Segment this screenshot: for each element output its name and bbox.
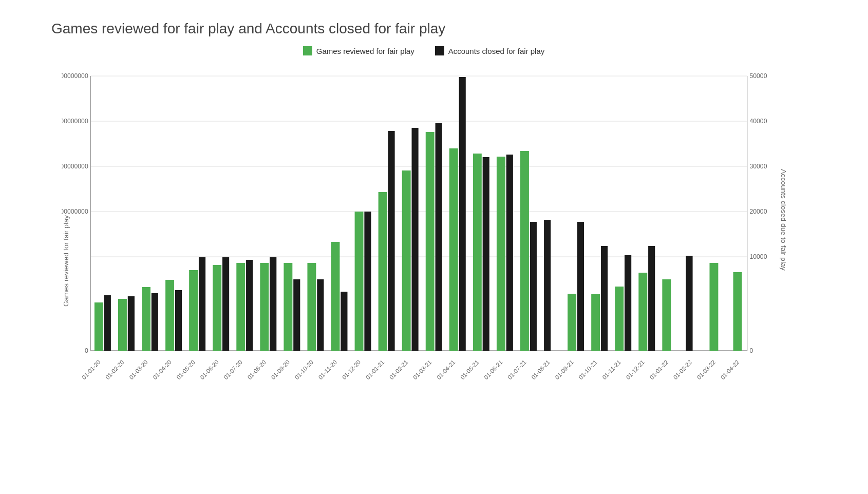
bar-black-10 xyxy=(341,292,347,351)
svg-text:01-06-21: 01-06-21 xyxy=(483,358,504,381)
chart-svg: 400000000 300000000 200000000 100000000 … xyxy=(62,66,786,425)
svg-text:01-07-21: 01-07-21 xyxy=(506,358,527,381)
svg-text:01-04-20: 01-04-20 xyxy=(152,358,173,381)
bar-green-22 xyxy=(615,287,624,351)
svg-text:01-04-22: 01-04-22 xyxy=(719,358,740,381)
svg-text:50000: 50000 xyxy=(749,72,767,80)
bar-green-14 xyxy=(426,132,435,351)
svg-text:01-06-20: 01-06-20 xyxy=(199,358,220,381)
svg-text:10000: 10000 xyxy=(749,253,767,260)
chart-title: Games reviewed for fair play and Account… xyxy=(51,21,827,37)
bar-black-14 xyxy=(436,123,442,351)
bar-black-22 xyxy=(625,255,631,351)
bar-black-17 xyxy=(506,155,513,351)
svg-text:200000000: 200000000 xyxy=(62,163,88,170)
bar-black-21 xyxy=(601,246,608,351)
bar-black-5 xyxy=(222,257,229,351)
bar-green-2 xyxy=(142,287,150,351)
bar-green-13 xyxy=(402,170,411,351)
svg-text:01-02-22: 01-02-22 xyxy=(672,358,693,381)
svg-text:01-08-20: 01-08-20 xyxy=(246,358,267,381)
svg-text:01-05-21: 01-05-21 xyxy=(459,358,480,381)
svg-text:400000000: 400000000 xyxy=(62,72,88,80)
bar-green-3 xyxy=(165,280,174,351)
svg-text:01-03-20: 01-03-20 xyxy=(128,358,149,381)
bar-black-20 xyxy=(577,222,584,351)
svg-text:Accounts closed due to fair pl: Accounts closed due to fair play xyxy=(780,169,786,271)
bar-green-18 xyxy=(520,151,529,351)
chart-container: Games reviewed for fair play and Account… xyxy=(0,0,868,494)
svg-text:20000: 20000 xyxy=(749,208,767,215)
svg-text:01-01-21: 01-01-21 xyxy=(364,358,385,381)
bar-black-11 xyxy=(364,212,371,351)
bar-green-26 xyxy=(709,263,718,351)
bar-green-16 xyxy=(473,154,482,351)
svg-text:01-11-20: 01-11-20 xyxy=(317,358,338,381)
bar-green-4 xyxy=(189,270,198,351)
green-swatch xyxy=(303,46,312,55)
svg-text:01-09-21: 01-09-21 xyxy=(554,358,575,381)
bar-black-6 xyxy=(246,260,253,351)
svg-text:100000000: 100000000 xyxy=(62,208,88,215)
svg-text:01-08-21: 01-08-21 xyxy=(530,358,551,381)
bar-black-18 xyxy=(530,222,537,351)
bar-green-12 xyxy=(379,192,387,351)
svg-text:0: 0 xyxy=(749,347,753,354)
bar-green-11 xyxy=(355,212,364,351)
bar-green-9 xyxy=(307,263,316,351)
bar-black-4 xyxy=(199,257,205,351)
bar-green-24 xyxy=(662,279,671,351)
black-label: Accounts closed for fair play xyxy=(448,47,545,55)
svg-text:01-12-21: 01-12-21 xyxy=(625,358,646,381)
legend-black: Accounts closed for fair play xyxy=(435,46,545,55)
bar-green-20 xyxy=(568,294,576,351)
bar-black-23 xyxy=(648,246,655,351)
bar-black-8 xyxy=(293,279,300,351)
bar-black-15 xyxy=(459,77,466,351)
bar-black-2 xyxy=(152,293,158,351)
svg-text:01-01-20: 01-01-20 xyxy=(81,358,102,381)
bar-green-8 xyxy=(284,263,292,351)
svg-text:01-01-22: 01-01-22 xyxy=(648,358,669,381)
svg-text:Games reviewed for fair play: Games reviewed for fair play xyxy=(63,215,70,307)
bar-green-21 xyxy=(591,294,600,351)
bar-green-10 xyxy=(331,242,340,351)
legend: Games reviewed for fair play Accounts cl… xyxy=(21,46,827,55)
black-swatch xyxy=(435,46,444,55)
bar-green-1 xyxy=(118,299,127,351)
svg-text:01-04-21: 01-04-21 xyxy=(436,358,457,381)
bar-black-16 xyxy=(483,157,489,351)
bar-black-1 xyxy=(128,296,135,351)
bar-black-7 xyxy=(270,257,276,351)
svg-text:01-03-21: 01-03-21 xyxy=(412,358,433,381)
bar-black-25 xyxy=(686,256,692,351)
bar-green-15 xyxy=(449,148,458,351)
svg-text:01-12-20: 01-12-20 xyxy=(341,358,362,381)
svg-text:300000000: 300000000 xyxy=(62,118,88,125)
svg-text:01-05-20: 01-05-20 xyxy=(175,358,196,381)
bar-black-12 xyxy=(388,131,394,351)
svg-text:01-03-22: 01-03-22 xyxy=(695,358,716,381)
bar-black-0 xyxy=(104,295,111,351)
svg-text:01-09-20: 01-09-20 xyxy=(270,358,291,381)
green-label: Games reviewed for fair play xyxy=(316,47,414,55)
bar-green-17 xyxy=(497,157,505,351)
bar-black-3 xyxy=(175,290,182,351)
svg-text:0: 0 xyxy=(85,347,88,354)
bar-green-0 xyxy=(95,302,103,351)
bar-black-13 xyxy=(412,128,419,351)
legend-green: Games reviewed for fair play xyxy=(303,46,414,55)
svg-text:01-10-21: 01-10-21 xyxy=(577,358,598,381)
svg-text:40000: 40000 xyxy=(749,118,767,125)
chart-area: 400000000 300000000 200000000 100000000 … xyxy=(62,66,786,425)
bar-green-27 xyxy=(733,272,742,351)
bar-green-6 xyxy=(236,263,245,351)
svg-text:01-10-20: 01-10-20 xyxy=(293,358,314,381)
bar-black-9 xyxy=(317,279,324,351)
bar-green-5 xyxy=(213,265,221,351)
bar-green-23 xyxy=(638,273,647,351)
svg-text:30000: 30000 xyxy=(749,163,767,170)
svg-text:01-02-21: 01-02-21 xyxy=(388,358,409,381)
bar-black-19 xyxy=(544,220,551,351)
svg-text:01-07-20: 01-07-20 xyxy=(222,358,243,381)
